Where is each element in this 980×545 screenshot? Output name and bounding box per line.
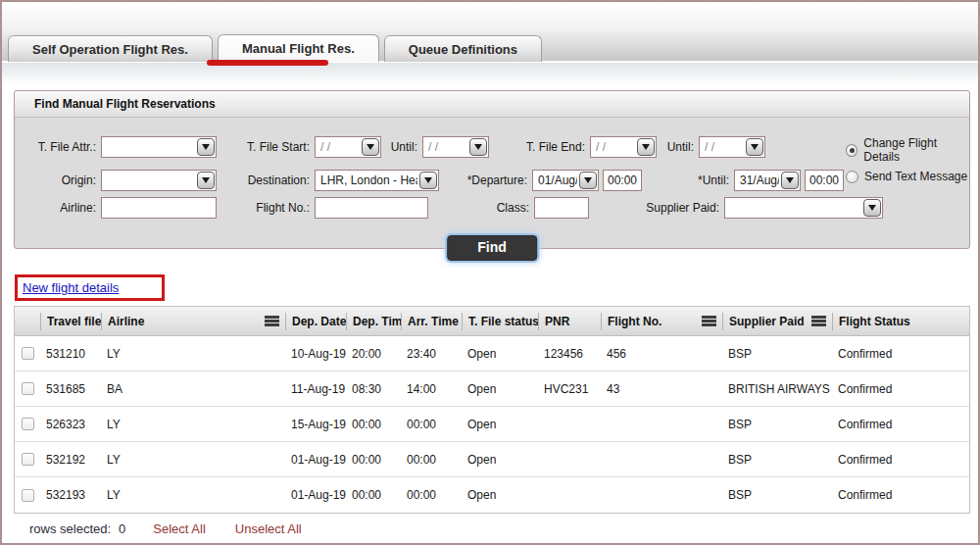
t-file-end-label: T. File End:	[517, 140, 590, 154]
departure-until-label: *Until:	[693, 173, 734, 187]
row-checkbox[interactable]	[22, 347, 34, 360]
departure-date-value: 01/Aug/19	[538, 173, 577, 187]
flight-no-label: Flight No.:	[238, 201, 315, 215]
flight-no-input[interactable]	[315, 197, 428, 219]
table-header-row: Travel file Airline Dep. Date Dep. Time …	[15, 307, 969, 336]
cell-arr-time: 00:00	[401, 418, 462, 431]
rows-selected-label: rows selected:	[29, 521, 111, 536]
cell-airline: LY	[101, 453, 285, 467]
airline-input[interactable]	[101, 197, 217, 219]
header-dep-date-label: Dep. Date	[292, 315, 346, 328]
cell-airline: LY	[101, 418, 285, 431]
find-button[interactable]: Find	[447, 235, 537, 261]
departure-date-select[interactable]: 01/Aug/19	[532, 170, 599, 191]
annotation-new-flight-details-box: New flight details	[15, 274, 165, 301]
find-row-3: Airline: Flight No.: Class: Supplier Pai…	[15, 196, 969, 220]
table-row: 526323 LY 15-Aug-19 00:00 00:00 Open BSP…	[15, 407, 969, 442]
destination-value: LHR, London - Hea	[320, 173, 417, 187]
new-flight-details-link[interactable]: New flight details	[23, 280, 119, 295]
cell-dep-time: 00:00	[346, 488, 401, 502]
header-dep-date: Dep. Date	[285, 313, 346, 330]
until-start-label: Until:	[387, 140, 422, 154]
header-dep-time-label: Dep. Time	[353, 315, 401, 328]
chevron-down-icon[interactable]	[863, 199, 881, 217]
airline-column-menu-icon[interactable]	[265, 316, 279, 326]
find-panel-title: Find Manual Flight Reservations	[15, 91, 969, 118]
radio-unselected-icon[interactable]	[846, 171, 858, 183]
unselect-all-link[interactable]: Unselect All	[235, 521, 302, 536]
cell-dep-date: 01-Aug-19	[285, 453, 346, 467]
until-start-date-select[interactable]: / /	[422, 136, 489, 158]
origin-label: Origin:	[23, 173, 101, 187]
t-file-start-date-select[interactable]: / /	[315, 136, 381, 158]
chevron-down-icon[interactable]	[469, 138, 487, 156]
sub-banner	[2, 62, 978, 90]
cell-flight-status: Confirmed	[832, 347, 969, 361]
chevron-down-icon[interactable]	[746, 138, 763, 156]
find-panel: Find Manual Flight Reservations T. File …	[14, 90, 970, 249]
radio-selected-icon[interactable]	[846, 144, 858, 157]
header-checkbox-column	[15, 313, 40, 330]
select-all-link[interactable]: Select All	[153, 521, 205, 536]
cell-t-file-status: Open	[462, 382, 538, 396]
chevron-down-icon[interactable]	[197, 138, 215, 156]
radio-change-flight-details-label: Change Flight Details	[863, 136, 969, 164]
tab-manual-flight-res[interactable]: Manual Flight Res.	[218, 34, 379, 62]
destination-select[interactable]: LHR, London - Hea	[315, 170, 439, 191]
cell-dep-date: 01-Aug-19	[285, 488, 346, 502]
header-arr-time-label: Arr. Time	[408, 315, 459, 328]
until-end-label: Until:	[663, 140, 699, 154]
until-time-input[interactable]	[805, 170, 844, 191]
chevron-down-icon[interactable]	[362, 138, 379, 156]
header-flight-status-label: Flight Status	[839, 315, 910, 328]
reservations-table: Travel file Airline Dep. Date Dep. Time …	[14, 306, 970, 514]
until-end-date-value: / /	[705, 140, 744, 154]
flight-no-column-menu-icon[interactable]	[702, 316, 716, 326]
header-travel-file: Travel file	[40, 313, 101, 330]
manual-flight-reservations-window: Self Operation Flight Res. Manual Flight…	[0, 0, 980, 545]
radio-change-flight-details[interactable]: Change Flight Details	[846, 136, 969, 164]
chevron-down-icon[interactable]	[637, 138, 655, 156]
chevron-down-icon[interactable]	[781, 172, 799, 189]
chevron-down-icon[interactable]	[579, 172, 597, 189]
header-airline: Airline	[101, 313, 285, 330]
cell-flight-no: 456	[601, 347, 722, 361]
chevron-down-icon[interactable]	[197, 172, 215, 189]
header-pnr: PNR	[538, 313, 601, 330]
supplier-paid-column-menu-icon[interactable]	[811, 316, 826, 326]
cell-pnr: 123456	[538, 347, 601, 361]
header-pnr-label: PNR	[545, 315, 569, 328]
tab-queue-definitions[interactable]: Queue Definitions	[384, 35, 542, 62]
cell-arr-time: 23:40	[401, 347, 462, 361]
cell-supplier-paid: BSP	[722, 453, 832, 467]
until-end-date-select[interactable]: / /	[699, 136, 765, 158]
until-date-select[interactable]: 31/Aug/19	[734, 170, 801, 191]
departure-time-input[interactable]	[603, 170, 642, 191]
t-file-end-date-select[interactable]: / /	[590, 136, 657, 158]
annotation-active-tab-underline	[207, 60, 328, 66]
cell-travel-file: 526323	[40, 418, 101, 431]
header-t-file-status: T. File status	[462, 313, 538, 330]
cell-supplier-paid: BSP	[722, 418, 832, 431]
find-row-1: T. File Attr.: T. File Start: / / Until:…	[15, 135, 969, 159]
row-checkbox[interactable]	[22, 489, 34, 502]
rows-selected-count: 0	[119, 521, 125, 536]
class-label: Class:	[493, 201, 534, 215]
radio-send-text-message[interactable]: Send Text Message	[846, 170, 969, 183]
destination-label: Destination:	[238, 173, 315, 187]
cell-supplier-paid: BSP	[722, 347, 832, 361]
chevron-down-icon[interactable]	[419, 172, 437, 189]
t-file-start-label: T. File Start:	[238, 140, 315, 154]
cell-flight-status: Confirmed	[832, 488, 969, 502]
class-input[interactable]	[534, 197, 589, 219]
row-checkbox[interactable]	[22, 382, 34, 395]
cell-travel-file: 532193	[40, 488, 101, 502]
row-checkbox[interactable]	[22, 453, 34, 466]
tab-self-operation-flight-res[interactable]: Self Operation Flight Res.	[8, 35, 213, 62]
supplier-paid-select[interactable]	[724, 197, 883, 219]
row-checkbox[interactable]	[22, 418, 34, 430]
cell-dep-date: 11-Aug-19	[285, 382, 346, 396]
header-dep-time: Dep. Time	[346, 313, 401, 330]
origin-select[interactable]	[101, 170, 217, 191]
t-file-attr-select[interactable]	[101, 136, 217, 158]
